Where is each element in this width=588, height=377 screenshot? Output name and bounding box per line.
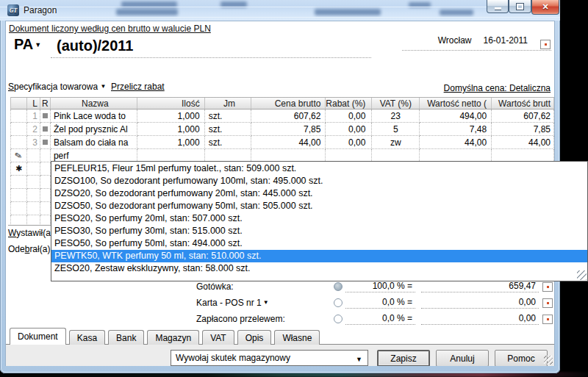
table-header: L R Nazwa Ilość Jm Cena brutto Rabat (%)… (10, 97, 554, 109)
table-row[interactable]: 3 Balsam do ciała na 1,000 szt. 44,00 0,… (10, 136, 554, 149)
col-cena-brutto: Cena brutto (251, 98, 326, 109)
doc-place-date-field[interactable]: Wrocław 16-01-2011 (402, 31, 551, 51)
col-r: R (40, 98, 51, 109)
suggestion-item[interactable]: DZSO100, So dezodorant perfumowany 100ml… (51, 175, 587, 187)
title-bar[interactable]: GT Paragon ✕ (0, 0, 560, 21)
payment-row-cash: Gotówka: 100,0 % = 659,47 (6, 281, 555, 294)
col-ilosc: Ilość (137, 98, 205, 109)
reservation-icon (43, 140, 48, 145)
chevron-down-icon: ▼ (263, 299, 269, 306)
cash-label: Gotówka: (196, 281, 234, 292)
card-percent-field[interactable]: 0,0 % = (345, 295, 415, 309)
calculator-icon[interactable] (542, 298, 553, 308)
reservation-icon (43, 126, 48, 132)
suggestion-item[interactable]: PEFLEUR15, Fleur 15ml perfumy toalet., s… (51, 162, 587, 175)
doc-city: Wrocław (438, 35, 472, 46)
warehouse-effect-combobox[interactable]: Wywołaj skutek magazynowy ▼ (171, 350, 368, 366)
new-row-asterisk-icon: ✱ (15, 164, 22, 173)
suggestion-item[interactable]: DZSO20, So dezodorant perfumowany 20ml, … (51, 187, 587, 200)
payment-row-card: Karta - POS nr 1▼ 0,0 % = 0,00 (6, 297, 555, 310)
app-gt-icon: GT (7, 4, 19, 16)
doc-number-field[interactable]: (auto)/2011 (51, 37, 371, 58)
chevron-down-icon: ▼ (100, 83, 106, 90)
reservation-icon (43, 113, 48, 118)
col-state (11, 98, 27, 109)
col-jm: Jm (205, 98, 251, 109)
doc-symbol-dropdown[interactable]: PA▼ (14, 36, 41, 53)
payment-row-transfer: Zapłacono przelewem: 0,0 % = 0,00 (6, 313, 555, 326)
maximize-button[interactable] (509, 0, 531, 13)
cancel-button[interactable]: Anuluj (436, 350, 489, 366)
help-button[interactable]: Pomoc (495, 350, 548, 366)
minimize-icon (495, 7, 501, 10)
calculator-icon[interactable] (542, 315, 553, 324)
suggestion-item[interactable]: DZSO50, So dezodorant perfumowany 50ml, … (51, 200, 587, 212)
background-row-divider (0, 7, 560, 7)
received-by-label: Odebrał(a): (8, 244, 53, 254)
spec-menu[interactable]: Specyfikacja towarowa ▼ (8, 82, 106, 92)
tab-opis[interactable]: Opis (237, 330, 272, 345)
col-wartosc-netto: Wartość netto ( (420, 98, 492, 109)
suggestion-item[interactable]: ZESO20, Zestaw ekskluzywny, stan: 58.000… (51, 262, 587, 275)
tab-dokument[interactable]: Dokument (10, 328, 66, 345)
footer-panel: Wywołaj skutek magazynowy ▼ Zapisz Anulu… (6, 345, 555, 366)
chevron-down-icon: ▼ (356, 356, 362, 363)
window-title: Paragon (24, 5, 57, 15)
cash-radio[interactable] (334, 282, 343, 291)
doc-date: 16-01-2011 (484, 35, 528, 46)
popup-resize-grip[interactable] (577, 270, 587, 280)
spec-toolbar: Specyfikacja towarowa ▼ Przelicz rabat D… (6, 82, 551, 93)
suggestion-item-selected[interactable]: PEWTK50, WTK perfumy 50 ml, stan: 510.00… (51, 250, 587, 262)
col-wartosc-brutto: Wartość brutt (492, 98, 554, 109)
bottom-tabs: Dokument Kasa Bank Magazyn VAT Opis Włas… (10, 328, 320, 345)
product-suggestions-popup: PEFLEUR15, Fleur 15ml perfumy toalet., s… (51, 161, 588, 281)
col-l: L (27, 98, 40, 109)
tab-wlasne[interactable]: Własne (274, 330, 320, 345)
transfer-radio[interactable] (334, 315, 343, 323)
card-label[interactable]: Karta - POS nr 1▼ (196, 298, 269, 308)
background-text-blob (315, 9, 381, 15)
recalc-discount-link[interactable]: Przelicz rabat (111, 82, 165, 92)
suggestion-item[interactable]: PESO50, So perfumy 50ml, stan: 494.000 s… (51, 237, 587, 250)
transfer-label: Zapłacono przelewem: (196, 314, 285, 324)
table-row[interactable]: 1 Pink Lace woda to 1,000 szt. 607,62 0,… (10, 109, 554, 123)
edit-pencil-icon: ✎ (14, 150, 23, 162)
col-nazwa: Nazwa (51, 98, 137, 109)
resize-grip[interactable] (544, 356, 553, 365)
doc-number: (auto)/2011 (57, 37, 133, 54)
background-text-blob (440, 10, 473, 15)
table-row[interactable]: 2 Żel pod prysznic Al 1,000 szt. 7,85 0,… (10, 123, 554, 136)
card-radio[interactable] (334, 298, 343, 307)
chevron-down-icon: ▼ (35, 41, 41, 49)
calendar-icon[interactable] (540, 40, 551, 49)
suggestion-item[interactable]: PESO30, So perfumy 30ml, stan: 515.000 s… (51, 225, 587, 237)
screen: GT Paragon ✕ Dokument liczony według cen… (0, 0, 588, 377)
close-icon: ✕ (542, 3, 548, 11)
background-text-blob (116, 9, 178, 15)
tab-kasa[interactable]: Kasa (69, 330, 105, 345)
close-button[interactable]: ✕ (531, 0, 559, 15)
save-button[interactable]: Zapisz (377, 350, 430, 366)
calculator-icon[interactable] (542, 282, 553, 292)
card-amount-field[interactable]: 0,00 (421, 295, 539, 309)
combobox-value: Wywołaj skutek magazynowy (176, 353, 290, 363)
transfer-percent-field[interactable]: 0,0 % = (345, 312, 415, 325)
default-price-link[interactable]: Domyślna cena: Detaliczna (444, 83, 551, 93)
col-vat: VAT (%) (372, 98, 420, 109)
col-rabat: Rabat (%) (326, 98, 372, 109)
suggestion-item[interactable]: PESO20, So perfumy 20ml, stan: 507.000 s… (51, 212, 587, 225)
tab-bank[interactable]: Bank (108, 330, 144, 345)
transfer-amount-field[interactable]: 0,00 (421, 312, 539, 325)
tab-vat[interactable]: VAT (202, 330, 234, 345)
maximize-icon (517, 4, 523, 10)
tab-magazyn[interactable]: Magazyn (147, 330, 199, 345)
pricing-info-link[interactable]: Dokument liczony według cen brutto w wal… (9, 24, 211, 34)
minimize-button[interactable] (487, 0, 509, 13)
background-row-divider (0, 17, 560, 18)
divider (8, 225, 51, 226)
issued-by-label: Wystawił(a): (8, 228, 56, 238)
